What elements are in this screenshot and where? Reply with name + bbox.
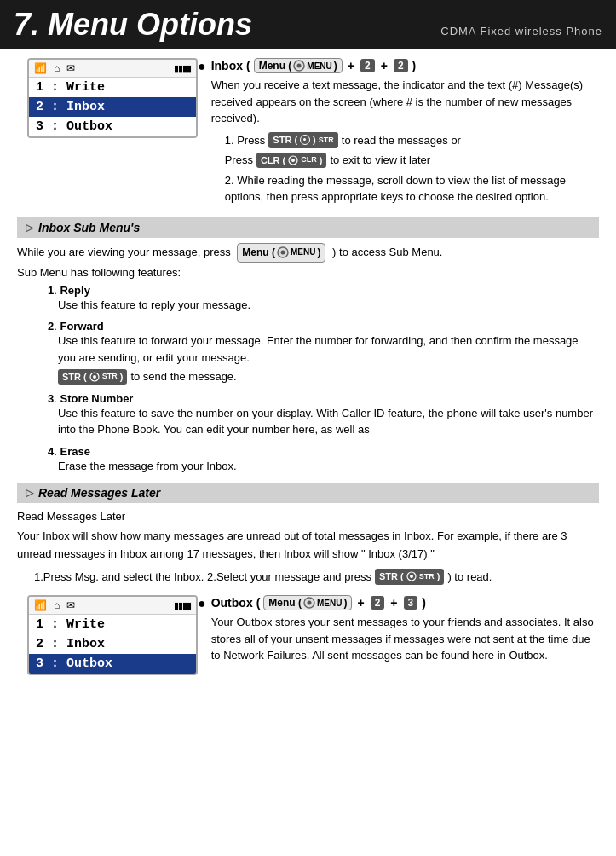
menu-circle-icon-2 xyxy=(277,246,289,258)
str-circle-icon-2 xyxy=(89,372,100,382)
page-subtitle: CDMA Fixed wireless Phone xyxy=(440,25,602,38)
read-para1: Read Messages Later xyxy=(17,508,599,526)
num-2a: 2 xyxy=(360,59,375,72)
submenu-item-1: 1. Reply Use this feature to reply your … xyxy=(48,284,599,314)
battery-icon: ▮▮▮▮ xyxy=(174,63,191,74)
inbox-bullet: ● xyxy=(198,59,206,74)
page-title: 7. Menu Options xyxy=(14,7,252,43)
submenu-intro: While you are viewing your message, pres… xyxy=(17,243,599,263)
str-button-1[interactable]: STR ( ) STR xyxy=(268,132,337,148)
envelope-icon-2: ✉ xyxy=(66,599,75,611)
svg-point-11 xyxy=(308,601,312,605)
inbox-content: Inbox ( Menu ( MENU ) + 2 + 2 ) When you… xyxy=(211,58,599,209)
triangle-icon-1: ▷ xyxy=(26,222,33,234)
signal-icon-2: 📶 xyxy=(34,599,47,611)
menu-button-inbox[interactable]: Menu ( MENU ) xyxy=(254,58,343,73)
str-send-row: STR ( STR ) to send the message. xyxy=(58,368,599,385)
submenu-item-3: 3. Store Number Use this feature to save… xyxy=(48,392,599,438)
outbox-content: Outbox ( Menu ( MENU ) + 2 + 3 xyxy=(211,595,599,669)
inbox-label: Inbox xyxy=(211,59,243,72)
read-later-content: Read Messages Later Your Inbox will show… xyxy=(17,508,599,563)
envelope-icon: ✉ xyxy=(66,62,75,74)
menu-circle-icon xyxy=(293,60,305,72)
clr-button-1[interactable]: CLR ( CLR ) xyxy=(256,153,327,169)
submenu-item-2: 2. Forward Use this feature to forward y… xyxy=(48,320,599,385)
phone-row-write-1: 1 : Write xyxy=(29,78,196,97)
step-2: 2. While reading the message, scroll dow… xyxy=(225,172,599,205)
triangle-icon-2: ▷ xyxy=(26,487,33,499)
phone-row-inbox-1: 2 : Inbox xyxy=(29,97,196,117)
phone-row-write-2: 1 : Write xyxy=(29,615,196,634)
menu-button-submenu[interactable]: Menu ( MENU ) xyxy=(237,243,325,263)
outbox-section: 📶 ⌂ ✉ ▮▮▮▮ 1 : Write 2 : Inbox 3 : Outbo… xyxy=(17,595,599,682)
outbox-header: Outbox ( Menu ( MENU ) + 2 + 3 xyxy=(211,595,599,610)
outbox-bullet: ● xyxy=(198,596,206,611)
num-2-outbox: 2 xyxy=(371,596,385,610)
svg-point-3 xyxy=(291,159,295,162)
menu-circle-icon-3 xyxy=(303,597,315,609)
step-1: 1. Press STR ( ) STR to read the message… xyxy=(225,132,599,149)
phone-row-outbox-2: 3 : Outbox xyxy=(29,654,196,674)
str-button-forward[interactable]: STR ( STR ) xyxy=(58,369,127,385)
inbox-submenu-header: ▷ Inbox Sub Menu's xyxy=(17,217,599,238)
page-header: 7. Menu Options CDMA Fixed wireless Phon… xyxy=(0,0,616,49)
store-desc: Use this feature to save the number on y… xyxy=(58,405,599,438)
outbox-label: Outbox xyxy=(211,596,253,610)
svg-point-5 xyxy=(281,251,285,255)
read-step: 1.Press Msg. and select the Inbox. 2.Sel… xyxy=(34,569,599,586)
phone-row-inbox-2: 2 : Inbox xyxy=(29,634,196,654)
inbox-header: Inbox ( Menu ( MENU ) + 2 + 2 ) xyxy=(211,58,599,73)
read-para2: Your Inbox will show how many messages a… xyxy=(17,528,599,564)
phone-row-outbox-1: 3 : Outbox xyxy=(29,117,196,136)
erase-desc: Erase the message from your Inbox. xyxy=(58,458,599,475)
main-content: 📶 ⌂ ✉ ▮▮▮▮ 1 : Write 2 : Inbox 3 : Outbo… xyxy=(0,49,616,696)
forward-desc: Use this feature to forward your message… xyxy=(58,333,599,385)
svg-point-9 xyxy=(410,575,413,578)
submenu-features-label: Sub Menu has following features: xyxy=(17,266,599,279)
svg-point-1 xyxy=(297,64,302,68)
read-later-header: ▷ Read Messages Later xyxy=(17,483,599,503)
menu-button-outbox[interactable]: Menu ( MENU ) xyxy=(263,595,352,610)
phone-topbar-2: 📶 ⌂ ✉ ▮▮▮▮ xyxy=(29,597,196,615)
home-icon-2: ⌂ xyxy=(54,599,60,611)
read-later-title: Read Messages Later xyxy=(38,486,160,500)
str-circle-icon-1 xyxy=(300,135,310,145)
outbox-bullet-section: 📶 ⌂ ✉ ▮▮▮▮ 1 : Write 2 : Inbox 3 : Outbo… xyxy=(17,595,599,682)
phone-display-1: 📶 ⌂ ✉ ▮▮▮▮ 1 : Write 2 : Inbox 3 : Outbo… xyxy=(27,58,198,138)
submenu-item-4: 4. Erase Erase the message from your Inb… xyxy=(48,445,599,475)
phone-topbar-1: 📶 ⌂ ✉ ▮▮▮▮ xyxy=(29,60,196,78)
step-1b: Press CLR ( CLR ) to exit to view it lat… xyxy=(225,152,599,169)
signal-icon: 📶 xyxy=(34,62,47,74)
outbox-description: Your Outbox stores your sent messages to… xyxy=(211,614,599,664)
home-icon: ⌂ xyxy=(54,62,60,74)
phone-display-2: 📶 ⌂ ✉ ▮▮▮▮ 1 : Write 2 : Inbox 3 : Outbo… xyxy=(27,595,198,675)
inbox-section: 📶 ⌂ ✉ ▮▮▮▮ 1 : Write 2 : Inbox 3 : Outbo… xyxy=(17,58,599,209)
inbox-description: When you receive a text message, the ind… xyxy=(211,77,599,127)
inbox-submenu-title: Inbox Sub Menu's xyxy=(38,221,140,234)
str-circle-icon-3 xyxy=(406,571,417,581)
num-2b: 2 xyxy=(394,59,408,72)
str-button-read[interactable]: STR ( STR ) xyxy=(375,569,444,585)
num-3-outbox: 3 xyxy=(404,596,418,610)
submenu-list: 1. Reply Use this feature to reply your … xyxy=(48,284,599,475)
inbox-steps: 1. Press STR ( ) STR to read the message… xyxy=(225,132,599,205)
svg-point-7 xyxy=(93,375,96,379)
battery-icon-2: ▮▮▮▮ xyxy=(174,600,191,611)
reply-desc: Use this feature to reply your message. xyxy=(58,297,599,314)
clr-circle-icon xyxy=(288,155,298,165)
